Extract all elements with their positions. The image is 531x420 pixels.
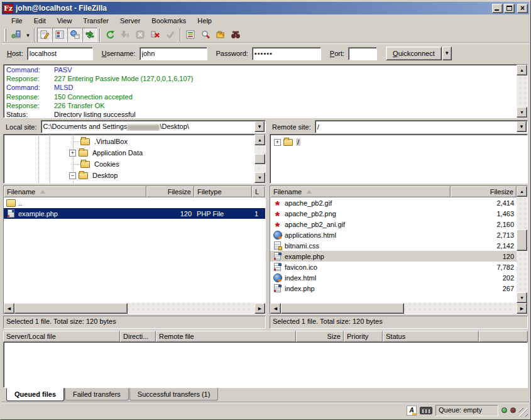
scroll-right-icon[interactable]: ▶ bbox=[517, 303, 527, 314]
column-header-filename[interactable]: Filename bbox=[270, 186, 451, 197]
file-row[interactable]: index.php 267 bbox=[270, 283, 517, 294]
toggle-queue-button[interactable] bbox=[82, 28, 97, 43]
filter-button[interactable] bbox=[183, 28, 198, 43]
remote-site-combo[interactable]: / ▼ bbox=[315, 120, 528, 133]
column-header-priority[interactable]: Priority bbox=[344, 331, 383, 342]
maximize-button[interactable] bbox=[504, 4, 515, 13]
tree-item-application-data[interactable]: + Application Data bbox=[69, 147, 144, 158]
column-header-last-modified[interactable]: L bbox=[252, 186, 265, 197]
scroll-thumb[interactable] bbox=[14, 303, 128, 314]
site-manager-button[interactable] bbox=[9, 28, 24, 43]
column-header-status[interactable]: Status bbox=[383, 331, 479, 342]
quickconnect-button[interactable]: Quickconnect bbox=[386, 47, 442, 60]
username-input[interactable] bbox=[140, 47, 207, 60]
process-queue-button[interactable] bbox=[118, 28, 133, 43]
scroll-thumb[interactable] bbox=[255, 154, 265, 164]
quickconnect-dropdown[interactable]: ▼ bbox=[442, 47, 452, 60]
file-row[interactable]: apache_pb2_ani.gif 2,160 bbox=[270, 219, 517, 229]
file-row[interactable]: apache_pb2.gif 2,414 bbox=[270, 197, 517, 208]
local-hscrollbar[interactable]: ◀ ▶ bbox=[4, 303, 265, 314]
minimize-button[interactable] bbox=[492, 4, 503, 13]
cancel-button[interactable] bbox=[133, 28, 148, 43]
chevron-down-icon[interactable]: ▼ bbox=[517, 121, 527, 132]
close-button[interactable]: × bbox=[517, 4, 528, 13]
column-header-size[interactable]: Size bbox=[296, 331, 344, 342]
chevron-down-icon[interactable]: ▼ bbox=[255, 121, 265, 132]
scroll-track bbox=[517, 75, 527, 107]
css-file-icon bbox=[273, 241, 282, 250]
scroll-left-icon[interactable]: ◀ bbox=[270, 303, 281, 314]
scroll-thumb[interactable] bbox=[517, 229, 527, 251]
menu-view[interactable]: View bbox=[52, 16, 78, 26]
html-file-icon bbox=[273, 231, 282, 240]
scroll-up-icon[interactable]: ▲ bbox=[255, 135, 265, 145]
password-input[interactable] bbox=[252, 47, 321, 60]
menu-bookmarks[interactable]: Bookmarks bbox=[146, 16, 192, 26]
column-header-remote-file[interactable]: Remote file bbox=[156, 331, 296, 342]
column-header-filename[interactable]: Filename bbox=[4, 186, 146, 197]
scroll-right-icon[interactable]: ▶ bbox=[255, 303, 265, 314]
scroll-down-icon[interactable]: ▼ bbox=[255, 172, 265, 183]
log-label: Response: bbox=[6, 101, 54, 110]
expander-minus-icon[interactable]: − bbox=[69, 172, 76, 179]
filter-icon bbox=[185, 30, 195, 41]
toggle-remote-tree-button[interactable] bbox=[67, 28, 82, 43]
tab-queued-files[interactable]: Queued files bbox=[6, 388, 64, 401]
expander-plus-icon[interactable]: + bbox=[69, 150, 76, 157]
scroll-up-icon[interactable]: ▲ bbox=[517, 65, 527, 75]
tree-item-root[interactable]: + / bbox=[274, 136, 300, 148]
column-header-filesize[interactable]: Filesize bbox=[451, 186, 517, 197]
column-header-filesize[interactable]: Filesize bbox=[146, 186, 194, 197]
column-header-server-local-file[interactable]: Server/Local file bbox=[3, 331, 120, 342]
host-input[interactable] bbox=[27, 47, 93, 60]
column-header-filetype[interactable]: Filetype bbox=[194, 186, 252, 197]
tree-item-virtualbox[interactable]: .VirtualBox bbox=[80, 136, 129, 147]
find-files-button[interactable] bbox=[228, 28, 243, 43]
remote-hscrollbar[interactable]: ◀ ▶ bbox=[270, 303, 527, 314]
synchronized-browsing-button[interactable] bbox=[213, 28, 228, 43]
reconnect-button[interactable] bbox=[163, 28, 178, 43]
scroll-up-icon[interactable]: ▲ bbox=[517, 186, 527, 197]
menu-help[interactable]: Help bbox=[192, 16, 217, 26]
file-row[interactable]: favicon.ico 7,782 bbox=[270, 262, 517, 272]
toggle-local-tree-button[interactable] bbox=[52, 28, 67, 43]
site-manager-dropdown[interactable]: ▼ bbox=[24, 28, 32, 42]
toggle-log-button[interactable] bbox=[37, 28, 52, 43]
file-row-example-php[interactable]: example.php 120 PHP File 1 bbox=[4, 208, 265, 219]
file-row[interactable]: bitnami.css 2,142 bbox=[270, 240, 517, 251]
local-site-combo[interactable]: C:\Documents and Settings\Desktop\ ▼ bbox=[41, 120, 266, 133]
port-input[interactable] bbox=[348, 47, 377, 60]
tab-failed-transfers[interactable]: Failed transfers bbox=[65, 388, 129, 401]
compare-icon bbox=[200, 30, 211, 41]
expander-plus-icon[interactable]: + bbox=[274, 139, 281, 146]
menu-file[interactable]: File bbox=[6, 16, 28, 26]
queue-tabs: Queued files Failed transfers Successful… bbox=[2, 388, 529, 402]
scroll-down-icon[interactable]: ▼ bbox=[517, 107, 527, 118]
file-row-parent-dir[interactable]: .. bbox=[4, 197, 265, 208]
local-tree-scrollbar[interactable]: ▲ ▼ bbox=[255, 135, 265, 183]
tree-item-cookies[interactable]: Cookies bbox=[80, 158, 121, 170]
file-row[interactable]: applications.html 2,713 bbox=[270, 229, 517, 240]
directory-comparison-button[interactable] bbox=[198, 28, 213, 43]
menu-transfer[interactable]: Transfer bbox=[77, 16, 114, 26]
disconnect-button[interactable] bbox=[148, 28, 163, 43]
menu-server[interactable]: Server bbox=[114, 16, 146, 26]
remote-vscrollbar[interactable]: ▲ ▼ bbox=[517, 186, 527, 303]
file-size: 120 bbox=[146, 208, 194, 219]
tab-successful-transfers[interactable]: Successful transfers (1) bbox=[129, 388, 219, 401]
menu-edit[interactable]: Edit bbox=[28, 16, 52, 26]
refresh-button[interactable] bbox=[102, 28, 118, 43]
file-row[interactable]: index.html 202 bbox=[270, 272, 517, 283]
column-header-direction[interactable]: Directi... bbox=[120, 331, 156, 342]
file-row[interactable]: apache_pb2.png 1,463 bbox=[270, 208, 517, 219]
titlebar: Fz john@localhost - FileZilla × bbox=[2, 2, 529, 14]
refresh-icon bbox=[105, 30, 115, 41]
scroll-thumb[interactable] bbox=[281, 303, 404, 314]
log-scrollbar[interactable]: ▲ ▼ bbox=[517, 65, 527, 118]
scroll-left-icon[interactable]: ◀ bbox=[4, 303, 14, 314]
resize-grip[interactable] bbox=[519, 408, 528, 417]
scroll-down-icon[interactable]: ▼ bbox=[517, 292, 527, 303]
tree-item-desktop[interactable]: − Desktop bbox=[69, 170, 119, 181]
file-row-example-php[interactable]: example.php 120 bbox=[270, 251, 517, 262]
php-file-icon bbox=[6, 209, 16, 218]
